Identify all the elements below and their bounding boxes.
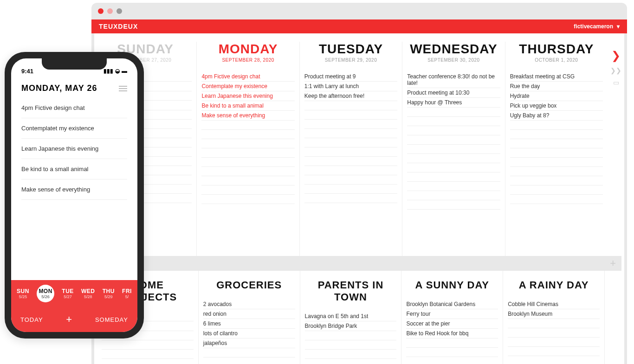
task-item[interactable]: Breakfast meeting at CSG xyxy=(510,72,603,82)
task-item[interactable]: Keep the afternoon free! xyxy=(304,91,397,101)
task-item[interactable] xyxy=(407,200,500,210)
task-list[interactable]: Product meeting at 91:1 with Larry at lu… xyxy=(304,72,397,203)
task-item[interactable]: Brooklyn Bridge Park xyxy=(305,321,397,331)
task-item[interactable] xyxy=(305,359,397,364)
task-item[interactable]: Cobble Hill Cinemas xyxy=(508,300,600,309)
task-item[interactable] xyxy=(406,357,498,364)
day-chip[interactable]: MON5/26 xyxy=(37,285,54,302)
task-item[interactable] xyxy=(510,167,603,176)
task-item[interactable] xyxy=(304,120,397,129)
list-tasks[interactable]: Lavagna on E 5th and 1stBrooklyn Bridge … xyxy=(305,312,397,364)
task-item[interactable] xyxy=(510,176,603,185)
task-item[interactable] xyxy=(201,176,294,185)
task-item[interactable]: lots of cilantro xyxy=(203,329,295,338)
task-item[interactable] xyxy=(304,175,397,185)
task-item[interactable]: Contemplate my existence xyxy=(201,82,294,91)
task-item[interactable]: 6 limes xyxy=(203,319,295,329)
someday-button[interactable]: SOMEDAY xyxy=(95,316,128,323)
task-item[interactable] xyxy=(510,195,603,204)
task-item[interactable]: Soccer at the pier xyxy=(406,319,498,329)
task-item[interactable] xyxy=(201,121,294,130)
list-tasks[interactable]: Brooklyn Botanical GardensFerry tourSocc… xyxy=(406,300,498,364)
menu-icon[interactable] xyxy=(119,86,127,91)
task-item[interactable] xyxy=(407,117,500,126)
task-item[interactable] xyxy=(304,185,397,194)
task-item[interactable]: Teacher conference 8:30! do not be late! xyxy=(407,72,500,88)
task-item[interactable] xyxy=(201,195,294,204)
task-item[interactable] xyxy=(304,110,397,120)
task-item[interactable]: Learn Japanese this evening xyxy=(201,91,294,101)
close-window-button[interactable] xyxy=(98,8,104,14)
add-list-button[interactable]: + xyxy=(610,257,616,269)
task-item[interactable]: 2 avocados xyxy=(203,300,295,309)
phone-task-item[interactable]: 4pm Fictive design chat xyxy=(21,98,127,118)
task-item[interactable] xyxy=(510,130,603,139)
task-item[interactable] xyxy=(508,347,600,356)
next-day-button[interactable]: ❯ xyxy=(611,49,621,62)
task-item[interactable] xyxy=(407,154,500,163)
task-item[interactable] xyxy=(407,135,500,145)
task-item[interactable] xyxy=(305,331,397,340)
task-item[interactable] xyxy=(510,148,603,158)
task-item[interactable] xyxy=(102,350,194,359)
task-item[interactable] xyxy=(508,338,600,347)
task-item[interactable]: Product meeting at 10:30 xyxy=(407,88,500,98)
task-item[interactable] xyxy=(406,348,498,357)
list-tasks[interactable]: 2 avocadosred onion6 limeslots of cilant… xyxy=(203,300,295,364)
task-item[interactable] xyxy=(304,147,397,157)
task-item[interactable] xyxy=(508,328,600,338)
day-chip[interactable]: THU5/29 xyxy=(103,288,115,299)
task-item[interactable]: Rue the day xyxy=(510,82,603,91)
task-item[interactable] xyxy=(203,358,295,364)
task-item[interactable] xyxy=(304,194,397,203)
task-item[interactable] xyxy=(304,157,397,166)
task-item[interactable] xyxy=(102,340,194,350)
task-item[interactable] xyxy=(407,145,500,154)
task-item[interactable]: red onion xyxy=(203,309,295,319)
today-button[interactable]: TODAY xyxy=(20,316,43,323)
calendar-icon[interactable]: ▭ xyxy=(613,79,619,86)
phone-task-item[interactable]: Contemplatet my existence xyxy=(21,118,127,139)
task-item[interactable]: Bike to Red Hook for bbq xyxy=(406,329,498,338)
task-item[interactable] xyxy=(407,126,500,135)
app-logo[interactable]: TEUXDEUX xyxy=(99,23,138,30)
day-chip[interactable]: TUE5/27 xyxy=(62,288,74,299)
task-item[interactable] xyxy=(201,148,294,158)
task-list[interactable]: 4pm Fictive design chatContemplate my ex… xyxy=(201,72,294,204)
task-item[interactable] xyxy=(508,319,600,328)
task-item[interactable]: Brooklyn Botanical Gardens xyxy=(406,300,498,309)
task-item[interactable]: Ugly Baby at 8? xyxy=(510,111,603,121)
user-menu[interactable]: fictivecameron ▾ xyxy=(574,23,620,30)
day-chip[interactable]: SUN5/25 xyxy=(17,288,29,299)
task-item[interactable] xyxy=(510,158,603,167)
day-chip[interactable]: WED5/28 xyxy=(81,288,95,299)
task-item[interactable] xyxy=(508,356,600,364)
maximize-window-button[interactable] xyxy=(116,8,122,14)
task-item[interactable] xyxy=(407,191,500,200)
task-item[interactable]: jalapeños xyxy=(203,338,295,348)
phone-task-item[interactable]: Make sense of everything xyxy=(21,179,127,200)
task-item[interactable] xyxy=(201,139,294,148)
day-chip[interactable]: FRI5/ xyxy=(122,288,132,299)
task-item[interactable] xyxy=(201,158,294,167)
task-list[interactable]: Teacher conference 8:30! do not be late!… xyxy=(407,72,500,210)
add-task-button[interactable]: + xyxy=(66,313,72,326)
task-item[interactable] xyxy=(304,166,397,175)
task-item[interactable]: Brooklyn Museum xyxy=(508,309,600,319)
task-item[interactable]: 4pm Fictive design chat xyxy=(201,72,294,82)
list-tasks[interactable]: Cobble Hill CinemasBrooklyn Museum xyxy=(508,300,600,364)
task-item[interactable] xyxy=(304,101,397,110)
task-item[interactable]: Ferry tour xyxy=(406,309,498,319)
task-item[interactable] xyxy=(102,359,194,364)
task-item[interactable]: Product meeting at 9 xyxy=(304,72,397,82)
task-item[interactable] xyxy=(510,139,603,148)
task-item[interactable] xyxy=(304,129,397,138)
task-item[interactable] xyxy=(407,182,500,191)
task-item[interactable] xyxy=(201,185,294,195)
task-item[interactable] xyxy=(203,348,295,358)
task-item[interactable]: 1:1 with Larry at lunch xyxy=(304,82,397,91)
minimize-window-button[interactable] xyxy=(107,8,113,14)
task-item[interactable]: Be kind to a small animal xyxy=(201,101,294,111)
task-item[interactable] xyxy=(510,121,603,130)
phone-task-item[interactable]: Learn Japanese this evening xyxy=(21,139,127,159)
